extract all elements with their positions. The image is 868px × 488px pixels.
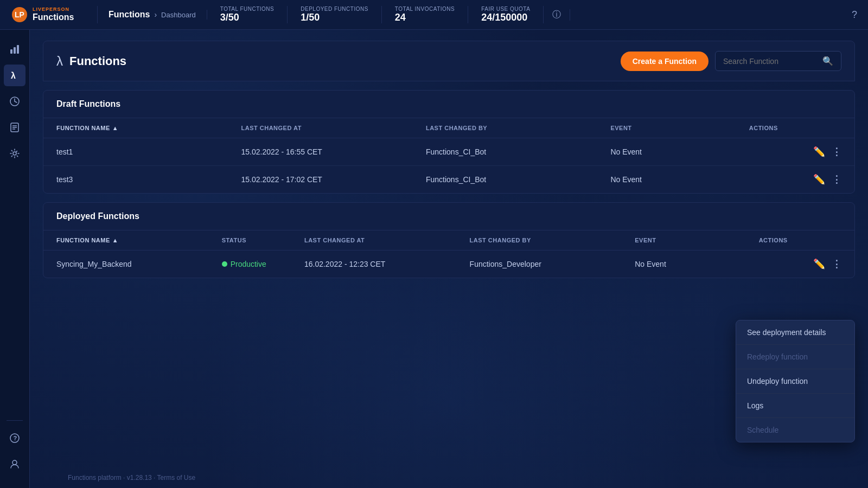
deployed-col-event: EVENT [635, 237, 758, 243]
svg-point-14 [12, 460, 17, 465]
context-menu-item-deployment-details[interactable]: See deployment details [736, 320, 854, 345]
draft-row2-actions: ✏️ ⋮ [749, 174, 841, 185]
search-box: 🔍 [715, 51, 841, 71]
draft-functions-section: Draft Functions FUNCTION NAME ▲ LAST CHA… [43, 90, 855, 194]
deployed-row1-event: No Event [635, 260, 758, 268]
draft-row1-name: test1 [56, 147, 241, 156]
chart-icon [9, 44, 20, 55]
sidebar-item-functions[interactable]: λ [4, 65, 25, 86]
svg-rect-4 [17, 45, 19, 54]
deployed-row1-actions: ✏️ ⋮ [759, 258, 841, 270]
side-nav: λ [0, 30, 30, 488]
draft-row2-name: test3 [56, 175, 241, 184]
table-row: test1 15.02.2022 - 16:55 CET Functions_C… [43, 138, 854, 166]
sidebar-item-profile[interactable] [4, 453, 25, 475]
top-nav: LP LIVEPERSON Functions Functions › Dash… [0, 0, 868, 30]
draft-row2-event: No Event [610, 175, 749, 184]
stat-fair-use-quota-label: FAIR USE QUOTA [481, 6, 530, 12]
search-input[interactable] [723, 57, 818, 66]
breadcrumb-arrow-icon: › [154, 10, 157, 19]
status-dot-icon [222, 261, 227, 267]
deployed-functions-section: Deployed Functions FUNCTION NAME ▲ STATU… [43, 202, 855, 278]
help-circle-icon: ? [9, 433, 20, 444]
sidebar-item-history[interactable] [4, 91, 25, 112]
stat-total-functions-value: 3/50 [220, 12, 275, 23]
product-name: Functions [33, 12, 74, 22]
draft-functions-header: Draft Functions [43, 91, 854, 118]
deployed-row1-more-button[interactable]: ⋮ [832, 258, 841, 270]
sidebar-item-documents[interactable] [4, 117, 25, 138]
brand-name: LIVEPERSON [33, 7, 74, 12]
stat-fair-use-quota-value: 24/150000 [481, 12, 530, 23]
draft-row2-edit-button[interactable]: ✏️ [813, 174, 825, 185]
clock-icon [9, 96, 20, 107]
stat-total-invocations-label: TOTAL INVOCATIONS [395, 6, 455, 12]
user-icon [9, 459, 20, 470]
draft-row2-more-button[interactable]: ⋮ [832, 174, 841, 185]
info-icon[interactable]: ⓘ [544, 9, 570, 21]
deployed-col-actions: ACTIONS [759, 237, 841, 243]
context-menu: See deployment details Redeploy function… [736, 320, 855, 442]
breadcrumb-subtitle: Dashboard [161, 11, 196, 19]
svg-text:LP: LP [15, 10, 24, 19]
footer-text: Functions platform · v1.28.13 · Terms of… [68, 474, 195, 481]
liveperson-logo-icon: LP [11, 6, 28, 23]
draft-functions-title: Draft Functions [56, 99, 120, 108]
deployed-functions-title: Deployed Functions [56, 211, 139, 221]
draft-row1-actions: ✏️ ⋮ [749, 146, 841, 158]
draft-col-last-changed-by: LAST CHANGED BY [426, 125, 610, 131]
draft-row2-changed-by: Functions_CI_Bot [426, 175, 610, 184]
sidebar-item-help[interactable]: ? [4, 427, 25, 449]
deployed-col-last-changed-by: LAST CHANGED BY [470, 237, 635, 243]
deployed-col-function-name[interactable]: FUNCTION NAME ▲ [56, 237, 222, 243]
draft-row1-changed-at: 15.02.2022 - 16:55 CET [241, 147, 425, 156]
svg-point-11 [13, 152, 16, 155]
deployed-col-last-changed-at: LAST CHANGED AT [304, 237, 470, 243]
sidebar-item-settings[interactable] [4, 143, 25, 164]
stat-deployed-functions-label: DEPLOYED FUNCTIONS [301, 6, 368, 12]
deployed-row1-changed-by: Functions_Developer [470, 260, 635, 268]
context-menu-item-schedule: Schedule [736, 418, 854, 442]
deployed-row1-changed-at: 16.02.2022 - 12:23 CET [304, 260, 470, 268]
terms-of-use-link[interactable]: Terms of Use [157, 474, 196, 481]
table-row: test3 15.02.2022 - 17:02 CET Functions_C… [43, 166, 854, 193]
draft-row1-edit-button[interactable]: ✏️ [813, 146, 825, 158]
draft-col-function-name[interactable]: FUNCTION NAME ▲ [56, 125, 241, 131]
draft-row2-changed-at: 15.02.2022 - 17:02 CET [241, 175, 425, 184]
svg-rect-2 [10, 49, 12, 54]
stat-total-functions: TOTAL FUNCTIONS 3/50 [207, 6, 288, 23]
help-icon[interactable]: ? [852, 9, 857, 21]
deployed-row1-edit-button[interactable]: ✏️ [813, 258, 825, 270]
context-menu-item-undeploy[interactable]: Undeploy function [736, 369, 854, 394]
svg-text:λ: λ [11, 71, 16, 80]
main-content: λ Functions Create a Function 🔍 Draft Fu… [30, 30, 868, 488]
stat-fair-use-quota: FAIR USE QUOTA 24/150000 [468, 6, 544, 23]
footer: Functions platform · v1.28.13 · Terms of… [68, 474, 195, 481]
context-menu-item-logs[interactable]: Logs [736, 394, 854, 418]
deployed-row1-status: Productive [222, 260, 304, 268]
draft-row1-changed-by: Functions_CI_Bot [426, 147, 610, 156]
breadcrumb-title: Functions [108, 10, 150, 20]
draft-col-last-changed-at: LAST CHANGED AT [241, 125, 425, 131]
deployed-col-status: STATUS [222, 237, 304, 243]
draft-col-actions: ACTIONS [749, 125, 841, 131]
deployed-functions-header: Deployed Functions [43, 203, 854, 230]
page-header: λ Functions Create a Function 🔍 [43, 41, 855, 81]
document-icon [9, 122, 20, 133]
svg-rect-3 [14, 47, 16, 54]
deployed-table-header: FUNCTION NAME ▲ STATUS LAST CHANGED AT L… [43, 230, 854, 251]
draft-col-event: EVENT [610, 125, 749, 131]
svg-text:?: ? [14, 435, 17, 441]
create-function-button[interactable]: Create a Function [621, 52, 709, 71]
draft-table-header: FUNCTION NAME ▲ LAST CHANGED AT LAST CHA… [43, 118, 854, 138]
status-label: Productive [231, 260, 266, 268]
sidebar-item-analytics[interactable] [4, 38, 25, 60]
draft-row1-more-button[interactable]: ⋮ [832, 146, 841, 158]
search-icon: 🔍 [822, 56, 833, 66]
stat-total-invocations: TOTAL INVOCATIONS 24 [382, 6, 468, 23]
context-menu-item-redeploy: Redeploy function [736, 345, 854, 369]
stat-deployed-functions-value: 1/50 [301, 12, 368, 23]
breadcrumb: Functions › Dashboard [98, 10, 207, 20]
lambda-header-icon: λ [56, 54, 63, 69]
stat-total-invocations-value: 24 [395, 12, 455, 23]
